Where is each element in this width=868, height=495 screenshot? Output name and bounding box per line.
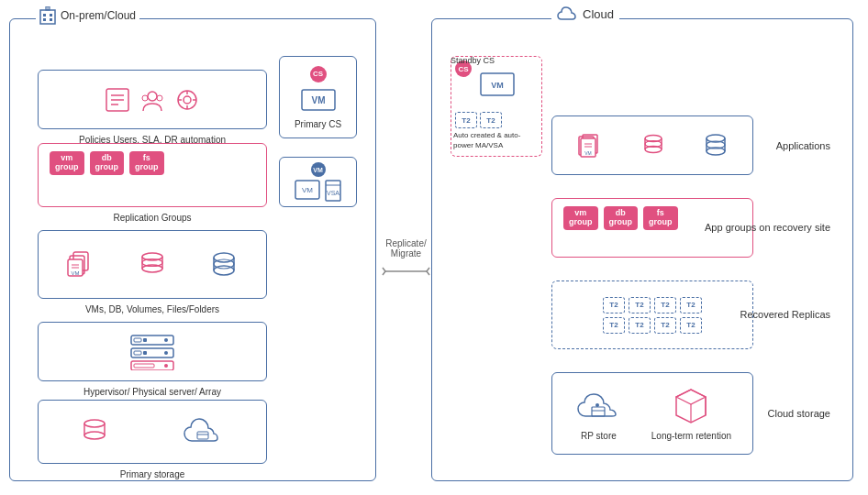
t2-chip-1: T2 <box>455 112 477 128</box>
cloud-storage-icon <box>181 415 225 448</box>
cs-badge: CS <box>310 66 327 82</box>
rp-store-cloud-icon <box>573 387 624 427</box>
primary-cs-label: Primary CS <box>295 119 341 129</box>
recovered-t2-6: T2 <box>629 317 651 334</box>
files-icon: VM <box>66 250 95 280</box>
users-icon <box>139 87 165 113</box>
app-files-icon: VM <box>577 133 603 159</box>
app-db-group-pill: dbgroup <box>604 206 639 230</box>
vms-label: VMs, DB, Volumes, Files/Folders <box>85 304 219 314</box>
svg-rect-45 <box>134 364 154 368</box>
svg-point-11 <box>148 92 157 101</box>
svg-rect-79 <box>592 407 605 416</box>
arrow-area: Replicate/ Migrate <box>376 238 436 280</box>
diagram: On-prem/Cloud <box>0 0 868 495</box>
vsa-icon: VSA <box>324 180 342 202</box>
svg-point-46 <box>164 364 168 368</box>
bidirectional-arrow <box>381 262 431 280</box>
recovered-t2-1: T2 <box>603 297 625 314</box>
svg-rect-1 <box>43 14 46 16</box>
hypervisor-label: Hypervisor/ Physical server/ Array <box>83 387 221 397</box>
hypervisor-box: Hypervisor/ Physical server/ Array <box>38 322 267 381</box>
svg-text:VM: VM <box>491 81 504 90</box>
fs-group-pill: fsgroup <box>129 151 164 175</box>
svg-text:VM: VM <box>311 95 325 105</box>
app-vm-group-pill: vmgroup <box>563 206 598 230</box>
vm-group-pill: vmgroup <box>50 151 84 175</box>
svg-marker-83 <box>676 390 706 404</box>
policies-box: Policies Users, SLA, DR automation <box>38 70 267 129</box>
rp-store-label: RP store <box>581 431 617 441</box>
onprem-text: On-prem/Cloud <box>61 9 136 22</box>
svg-rect-2 <box>50 14 52 16</box>
recovered-t2-3: T2 <box>654 297 676 314</box>
svg-point-15 <box>184 96 191 104</box>
svg-text:VSA: VSA <box>326 190 339 196</box>
svg-text:VM: VM <box>302 186 313 194</box>
standby-auto-label: Auto created & auto-power MA/VSA <box>453 131 540 150</box>
longterm-box-icon <box>673 386 709 426</box>
repgroups-box: vmgroup dbgroup fsgroup Replication Grou… <box>38 143 267 207</box>
app-volumes-icon <box>704 133 728 159</box>
svg-text:VM: VM <box>584 150 592 156</box>
svg-rect-42 <box>134 351 141 355</box>
recovered-t2-4: T2 <box>680 297 702 314</box>
recovered-t2-7: T2 <box>654 317 676 334</box>
svg-rect-39 <box>143 338 147 342</box>
svg-rect-43 <box>143 351 147 355</box>
applications-label: Applications <box>776 140 830 151</box>
volumes-icon <box>209 250 239 280</box>
storage-db-icon <box>81 417 108 446</box>
left-panel: On-prem/Cloud <box>9 18 376 481</box>
cloudstorage-box: RP store Long-term retention Cloud stora… <box>551 372 753 455</box>
primary-cs-box: CS VM Primary CS <box>279 56 357 138</box>
vms-box: VM VMs, DB, Volumes, Files/Folders <box>38 230 267 299</box>
building-icon <box>39 6 56 25</box>
svg-rect-4 <box>50 18 52 21</box>
cloud-header: Cloud <box>551 6 619 21</box>
svg-point-35 <box>214 259 234 269</box>
server-rack-icon-1 <box>129 334 175 370</box>
policy-icon <box>105 87 130 113</box>
applications-box: VM Applications <box>551 116 753 175</box>
svg-text:VM: VM <box>72 270 80 276</box>
cloud-icon-header <box>557 6 577 21</box>
appgroups-label: App groups on recovery site <box>705 221 830 235</box>
recovered-box: T2 T2 T2 T2 T2 T2 T2 T2 Recovered Replic… <box>551 280 753 349</box>
appgroups-box: vmgroup dbgroup fsgroup App groups on re… <box>551 198 753 258</box>
standby-cs-text: Standby CS <box>451 56 495 65</box>
svg-point-12 <box>142 95 148 101</box>
standby-vm-icon: VM <box>479 72 516 97</box>
svg-point-81 <box>595 403 599 407</box>
svg-point-47 <box>84 420 105 427</box>
vm-small-icon: VM <box>295 180 320 200</box>
t2-chip-2: T2 <box>480 112 502 128</box>
primstore-box: Primary storage <box>38 400 267 464</box>
right-panel: Cloud CS VM T2 T2 Auto created & auto-po… <box>431 18 853 481</box>
arrow-label: Replicate/ Migrate <box>376 238 436 258</box>
recovered-t2-8: T2 <box>680 317 702 334</box>
vm-vsa-box: VM VM VSA <box>279 157 357 207</box>
svg-point-50 <box>84 432 105 439</box>
svg-point-13 <box>157 95 162 101</box>
recovered-label: Recovered Replicas <box>740 308 830 322</box>
svg-rect-38 <box>134 338 141 342</box>
svg-rect-0 <box>40 10 55 24</box>
primary-vm-icon: VM <box>300 86 337 114</box>
svg-point-41 <box>164 351 168 355</box>
cloudstorage-label: Cloud storage <box>768 408 831 419</box>
standby-cs-box: CS VM T2 T2 Auto created & auto-power MA… <box>451 56 542 157</box>
db-icon <box>139 250 165 280</box>
primstore-label: Primary storage <box>120 469 185 479</box>
repgroups-label: Replication Groups <box>113 213 191 223</box>
onprem-label: On-prem/Cloud <box>36 6 139 25</box>
app-db-icon <box>643 133 663 159</box>
recovered-t2-5: T2 <box>603 317 625 334</box>
app-fs-group-pill: fsgroup <box>643 206 678 230</box>
svg-rect-51 <box>197 432 208 439</box>
longterm-label: Long-term retention <box>651 430 731 442</box>
recovered-t2-2: T2 <box>629 297 651 314</box>
vm-badge: VM <box>311 162 326 177</box>
svg-rect-3 <box>43 18 46 21</box>
cloud-label: Cloud <box>583 7 614 21</box>
